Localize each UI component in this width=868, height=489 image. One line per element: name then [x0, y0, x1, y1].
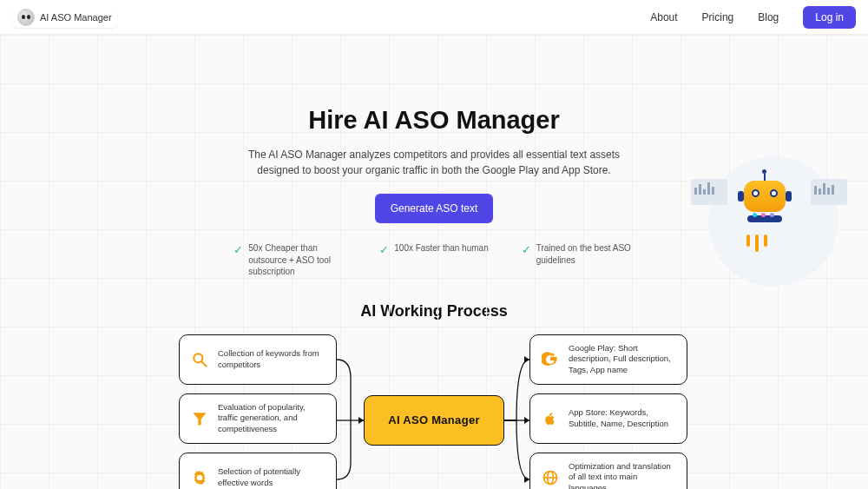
nav-pricing[interactable]: Pricing [702, 11, 734, 23]
hero-subtitle: The AI ASO Manager analyzes competitors … [243, 147, 625, 178]
nav: About Pricing Blog Log in [650, 6, 856, 29]
box-text: Google Play: Short description, Full des… [569, 343, 676, 375]
login-button[interactable]: Log in [803, 6, 856, 29]
box-text: Collection of keywords from competitors [218, 348, 326, 370]
check-icon: ✓ [522, 243, 531, 256]
feature-text: Trained on the best ASO guidelines [536, 242, 635, 266]
apple-icon [541, 410, 560, 427]
center-label: AI ASO Manager [388, 413, 480, 426]
process-box-translation: Optimization and translation of all text… [529, 453, 687, 490]
process-outputs: Google Play: Short description, Full des… [529, 334, 687, 490]
logo-text: AI ASO Manager [40, 12, 112, 23]
logo-icon [17, 9, 35, 26]
svg-marker-9 [524, 476, 529, 483]
process-box-selection: Selection of potentially effective words [179, 453, 337, 490]
generate-aso-button[interactable]: Generate ASO text [375, 194, 494, 223]
svg-marker-6 [358, 417, 364, 424]
process-box-app-store: App Store: Keywords, Subtitle, Name, Des… [529, 393, 687, 444]
process-center: AI ASO Manager [364, 395, 504, 446]
header: AI ASO Manager About Pricing Blog Log in [0, 0, 868, 35]
nav-about[interactable]: About [650, 11, 677, 23]
check-icon: ✓ [379, 243, 389, 256]
google-icon [541, 351, 560, 368]
globe-icon [541, 469, 560, 486]
search-icon [190, 351, 209, 368]
check-icon: ✓ [233, 243, 243, 256]
svg-point-2 [198, 475, 202, 479]
feature-text: 100x Faster than human [394, 242, 488, 254]
box-text: App Store: Keywords, Subtitle, Name, Des… [569, 407, 676, 429]
nav-blog[interactable]: Blog [758, 11, 779, 23]
svg-line-1 [202, 361, 207, 366]
process-inputs: Collection of keywords from competitors … [179, 334, 337, 490]
connector-line [504, 334, 529, 490]
svg-marker-8 [524, 417, 529, 424]
box-text: Evaluation of popularity, traffic genera… [218, 402, 326, 434]
connector-line [337, 334, 364, 490]
process-box-evaluation: Evaluation of popularity, traffic genera… [179, 393, 337, 444]
gear-icon [190, 469, 209, 486]
robot-illustration [691, 165, 847, 278]
feature-item: ✓ 100x Faster than human [379, 242, 488, 278]
process-box-google-play: Google Play: Short description, Full des… [529, 334, 687, 385]
box-text: Optimization and translation of all text… [569, 461, 676, 489]
box-text: Selection of potentially effective words [218, 466, 326, 488]
feature-text: 50x Cheaper than outsource + ASO tool su… [248, 242, 346, 278]
process-box-keywords: Collection of keywords from competitors [179, 334, 337, 385]
process-diagram: Collection of keywords from competitors … [0, 334, 868, 490]
feature-item: ✓ 50x Cheaper than outsource + ASO tool … [233, 242, 346, 278]
svg-marker-7 [524, 356, 529, 363]
feature-item: ✓ Trained on the best ASO guidelines [522, 242, 635, 278]
logo[interactable]: AI ASO Manager [12, 7, 117, 28]
hero-title: Hire AI ASO Manager [0, 106, 868, 135]
funnel-icon [190, 410, 209, 427]
